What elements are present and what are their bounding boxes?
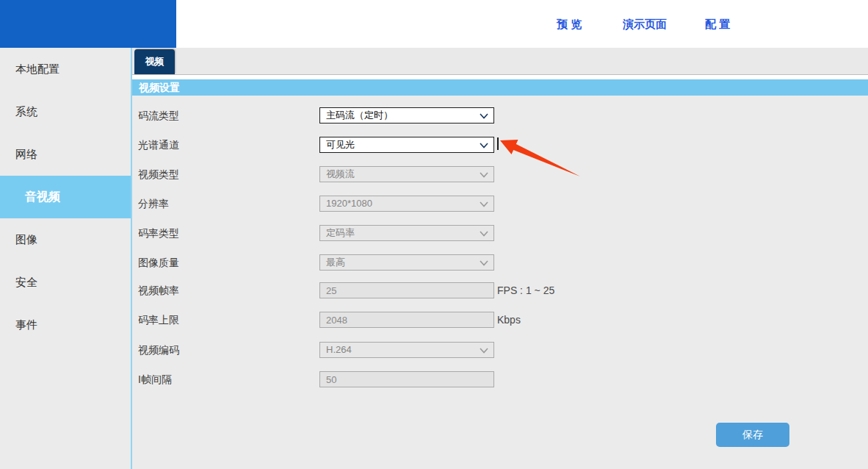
field-control-image-quality: 最高	[319, 254, 494, 271]
sidebar-item-network[interactable]: 网络	[0, 133, 131, 176]
image-quality-select: 最高	[319, 254, 494, 271]
save-button[interactable]: 保存	[716, 423, 789, 447]
bitrate-type-selected-value: 定码率	[326, 226, 355, 240]
nav-link-config[interactable]: 配 置	[705, 18, 730, 32]
chevron-down-icon	[480, 201, 488, 207]
max-bitrate-suffix-text: Kbps	[497, 312, 521, 328]
frame-rate-suffix-text: FPS : 1 ~ 25	[497, 282, 554, 298]
field-label-stream-type: 码流类型	[138, 107, 179, 123]
form-row-frame-rate: 视频帧率FPS : 1 ~ 25	[138, 282, 865, 298]
chevron-down-icon	[480, 260, 488, 266]
field-label-resolution: 分辨率	[138, 196, 169, 212]
field-label-frame-rate: 视频帧率	[138, 282, 179, 298]
top-bar: 预 览演示页面配 置	[0, 0, 868, 48]
chevron-down-icon	[480, 143, 488, 148]
red-arrow-annotation	[496, 136, 598, 195]
form-row-bitrate-type: 码率类型定码率	[138, 225, 865, 241]
field-label-max-bitrate: 码率上限	[138, 312, 179, 328]
chevron-down-icon	[480, 231, 488, 237]
resolution-select: 1920*1080	[319, 196, 494, 212]
field-control-frame-rate	[319, 282, 494, 298]
resolution-selected-value: 1920*1080	[326, 196, 372, 211]
sidebar-item-security[interactable]: 安全	[0, 261, 131, 304]
nav-link-preview[interactable]: 预 览	[557, 18, 582, 32]
frame-rate-input	[319, 282, 494, 298]
video-type-selected-value: 视频流	[326, 167, 355, 182]
top-nav: 预 览演示页面配 置	[0, 0, 868, 48]
nav-link-demo-page[interactable]: 演示页面	[623, 18, 667, 32]
tab-video[interactable]: 视频	[134, 49, 175, 74]
form-row-max-bitrate: 码率上限Kbps	[138, 312, 865, 328]
form-row-video-encoding: 视频编码H.264	[138, 342, 865, 358]
sidebar-item-local-config[interactable]: 本地配置	[0, 48, 131, 90]
form-row-i-frame-interval: I帧间隔	[138, 371, 865, 387]
video-encoding-selected-value: H.264	[326, 343, 352, 357]
field-label-image-quality: 图像质量	[138, 254, 179, 271]
field-control-resolution: 1920*1080	[319, 196, 494, 212]
chevron-down-icon	[480, 348, 488, 354]
field-control-bitrate-type: 定码率	[319, 225, 494, 241]
sidebar-item-event[interactable]: 事件	[0, 304, 131, 346]
field-label-video-encoding: 视频编码	[138, 342, 179, 358]
main-content: 视频 视频设置 码流类型主码流（定时）光谱通道可见光视频类型视频流分辨率1920…	[132, 48, 868, 469]
field-control-spectrum-channel: 可见光	[319, 137, 494, 153]
field-control-i-frame-interval	[319, 371, 494, 387]
form-row-image-quality: 图像质量最高	[138, 254, 865, 271]
tab-bar: 视频	[132, 48, 868, 75]
bitrate-type-select: 定码率	[319, 225, 494, 241]
section-header: 视频设置	[132, 79, 868, 96]
form-row-stream-type: 码流类型主码流（定时）	[138, 107, 865, 123]
field-control-video-encoding: H.264	[319, 342, 494, 358]
i-frame-interval-input	[319, 371, 494, 387]
video-settings-form: 码流类型主码流（定时）光谱通道可见光视频类型视频流分辨率1920*1080码率类…	[132, 96, 868, 469]
stream-type-selected-value: 主码流（定时）	[326, 108, 393, 123]
video-encoding-select: H.264	[319, 342, 494, 358]
section-title: 视频设置	[139, 82, 180, 93]
sidebar-item-system[interactable]: 系统	[0, 90, 131, 133]
sidebar: 本地配置系统网络音视频图像安全事件	[0, 48, 132, 469]
field-label-spectrum-channel: 光谱通道	[138, 137, 179, 153]
stream-type-select[interactable]: 主码流（定时）	[319, 107, 494, 123]
spectrum-channel-select[interactable]: 可见光	[319, 137, 494, 153]
field-control-video-type: 视频流	[319, 166, 494, 182]
field-control-stream-type: 主码流（定时）	[319, 107, 494, 123]
field-control-max-bitrate	[319, 312, 494, 328]
field-label-bitrate-type: 码率类型	[138, 225, 179, 241]
sidebar-item-image[interactable]: 图像	[0, 218, 131, 261]
form-row-resolution: 分辨率1920*1080	[138, 196, 865, 212]
chevron-down-icon	[480, 113, 488, 119]
page: 预 览演示页面配 置 本地配置系统网络音视频图像安全事件 视频 视频设置 码流类…	[0, 0, 868, 469]
field-label-video-type: 视频类型	[138, 166, 179, 182]
spectrum-channel-selected-value: 可见光	[326, 137, 355, 152]
max-bitrate-input	[319, 312, 494, 328]
sidebar-item-audio-video[interactable]: 音视频	[0, 176, 131, 218]
chevron-down-icon	[480, 172, 488, 178]
video-type-select: 视频流	[319, 166, 494, 182]
image-quality-selected-value: 最高	[326, 255, 345, 270]
field-label-i-frame-interval: I帧间隔	[138, 371, 172, 387]
